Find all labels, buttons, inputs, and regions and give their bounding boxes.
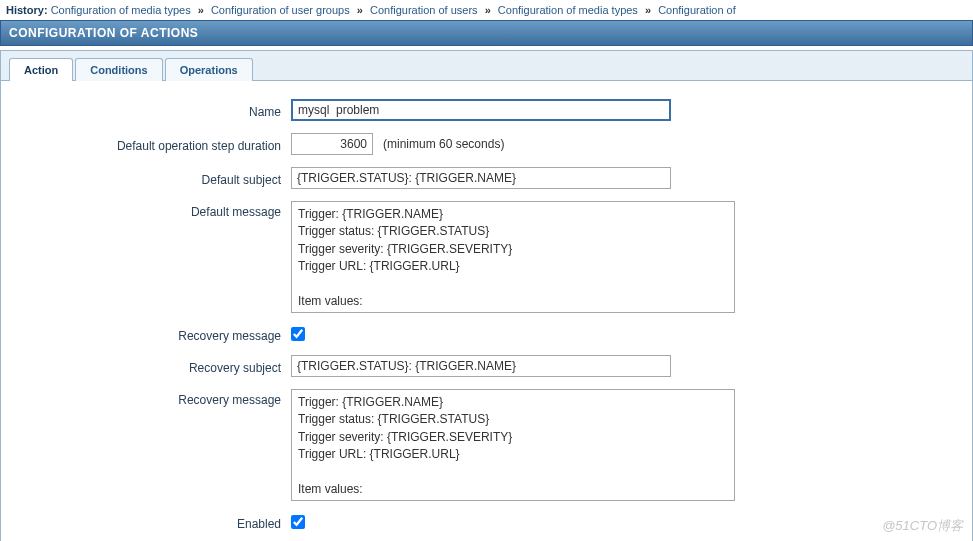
default-subject-label: Default subject (21, 169, 291, 187)
tab-operations[interactable]: Operations (165, 58, 253, 81)
history-link[interactable]: Configuration of media types (498, 4, 638, 16)
duration-label: Default operation step duration (21, 135, 291, 153)
page-title: CONFIGURATION OF ACTIONS (0, 20, 973, 46)
tab-body-action: Name Default operation step duration (mi… (1, 80, 972, 541)
breadcrumb-separator: » (357, 4, 363, 16)
recovery-message-checkbox[interactable] (291, 327, 305, 341)
duration-input[interactable] (291, 133, 373, 155)
tab-action[interactable]: Action (9, 58, 73, 81)
main-panel: Action Conditions Operations Name Defaul… (0, 50, 973, 541)
breadcrumb-separator: » (645, 4, 651, 16)
history-link[interactable]: Configuration of (658, 4, 736, 16)
tab-conditions[interactable]: Conditions (75, 58, 162, 81)
duration-hint: (minimum 60 seconds) (383, 137, 504, 151)
default-subject-input[interactable] (291, 167, 671, 189)
history-breadcrumb: History: Configuration of media types » … (0, 0, 973, 20)
default-message-textarea[interactable] (291, 201, 735, 313)
default-message-label: Default message (21, 201, 291, 219)
history-link[interactable]: Configuration of media types (51, 4, 191, 16)
history-link[interactable]: Configuration of user groups (211, 4, 350, 16)
name-label: Name (21, 101, 291, 119)
enabled-label: Enabled (21, 513, 291, 531)
recovery-subject-label: Recovery subject (21, 357, 291, 375)
page-title-text: CONFIGURATION OF ACTIONS (9, 26, 198, 40)
history-label: History: (6, 4, 48, 16)
recovery-checkbox-label: Recovery message (21, 325, 291, 343)
recovery-message-textarea[interactable] (291, 389, 735, 501)
enabled-checkbox[interactable] (291, 515, 305, 529)
recovery-subject-input[interactable] (291, 355, 671, 377)
name-input[interactable] (291, 99, 671, 121)
tabstrip: Action Conditions Operations (1, 51, 972, 80)
breadcrumb-separator: » (198, 4, 204, 16)
breadcrumb-separator: » (485, 4, 491, 16)
recovery-message-label: Recovery message (21, 389, 291, 407)
history-link[interactable]: Configuration of users (370, 4, 478, 16)
